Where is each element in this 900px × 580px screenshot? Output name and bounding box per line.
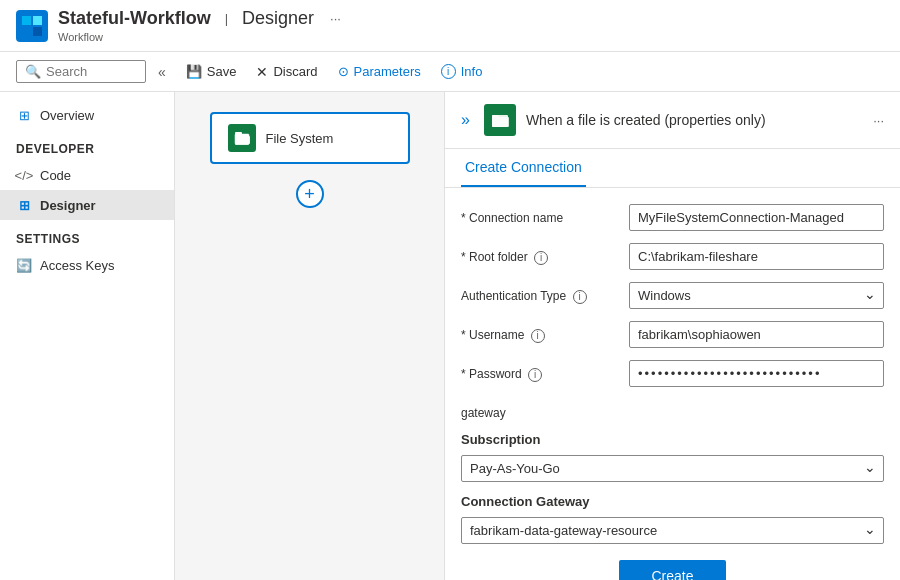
username-field [629,321,884,348]
connection-name-field [629,204,884,231]
panel-header-dots[interactable]: ··· [873,113,884,128]
discard-button[interactable]: ✕ Discard [248,60,325,84]
file-system-node[interactable]: File System [210,112,410,164]
svg-rect-2 [22,27,31,36]
panel-body: * Connection name * Root folder i [445,188,900,580]
sidebar-item-designer[interactable]: ⊞ Designer [0,190,174,220]
code-label: Code [40,168,71,183]
password-field [629,360,884,387]
breadcrumb: Workflow [58,31,341,43]
create-button[interactable]: Create [619,560,725,580]
panel-expand-icon[interactable]: » [461,111,470,129]
connection-name-label: * Connection name [461,204,621,225]
action-panel: » When a file is created (properties onl… [445,92,900,580]
username-row: * Username i [461,321,884,348]
code-icon: </> [16,167,32,183]
gateway-row: gateway [461,399,884,420]
auth-type-info-icon[interactable]: i [573,290,587,304]
username-info-icon[interactable]: i [531,329,545,343]
info-icon: i [441,64,456,79]
password-label: * Password i [461,360,621,382]
main-layout: ⊞ Overview Developer </> Code ⊞ Designer… [0,92,900,580]
svg-rect-0 [22,16,31,25]
parameters-button[interactable]: ⊙ Parameters [330,60,429,83]
tab-create-connection[interactable]: Create Connection [461,149,586,187]
header-info: Stateful-Workflow | Designer ··· Workflo… [58,8,341,43]
access-keys-icon: 🔄 [16,257,32,273]
save-label: Save [207,64,237,79]
username-label: * Username i [461,321,621,343]
auth-type-label: Authentication Type i [461,282,621,304]
username-input[interactable] [629,321,884,348]
overview-label: Overview [40,108,94,123]
gateway-label: gateway [461,399,621,420]
workflow-canvas: File System + [175,92,445,580]
canvas-node-label: File System [266,131,334,146]
sidebar: ⊞ Overview Developer </> Code ⊞ Designer… [0,92,175,580]
root-folder-row: * Root folder i [461,243,884,270]
root-folder-field [629,243,884,270]
overview-icon: ⊞ [16,107,32,123]
designer-icon: ⊞ [16,197,32,213]
root-folder-input[interactable] [629,243,884,270]
password-input[interactable] [629,360,884,387]
collapse-button[interactable]: « [150,60,174,84]
info-label: Info [461,64,483,79]
page-subtitle: Designer [242,8,314,29]
workflow-title: Stateful-Workflow [58,8,211,29]
subscription-section: Subscription Pay-As-You-Go [461,432,884,482]
password-info-icon[interactable]: i [528,368,542,382]
discard-label: Discard [273,64,317,79]
file-system-icon [228,124,256,152]
root-folder-info-icon[interactable]: i [534,251,548,265]
sidebar-item-access-keys[interactable]: 🔄 Access Keys [0,250,174,280]
connection-gateway-section: Connection Gateway fabrikam-data-gateway… [461,494,884,544]
password-row: * Password i [461,360,884,387]
sidebar-item-code[interactable]: </> Code [0,160,174,190]
subscription-select[interactable]: Pay-As-You-Go [461,455,884,482]
parameters-label: Parameters [354,64,421,79]
app-header: Stateful-Workflow | Designer ··· Workflo… [0,0,900,52]
designer-label: Designer [40,198,96,213]
root-folder-label: * Root folder i [461,243,621,265]
panel-tabs: Create Connection [445,149,900,188]
auth-type-row: Authentication Type i Windows [461,282,884,309]
save-icon: 💾 [186,64,202,79]
connection-name-row: * Connection name [461,204,884,231]
svg-rect-1 [33,16,42,25]
save-button[interactable]: 💾 Save [178,60,245,83]
toolbar: 🔍 « 💾 Save ✕ Discard ⊙ Parameters i Info [0,52,900,92]
search-box[interactable]: 🔍 [16,60,146,83]
auth-type-select[interactable]: Windows [629,282,884,309]
header-divider: | [225,11,228,26]
settings-section-header: Settings [0,220,174,250]
access-keys-label: Access Keys [40,258,114,273]
search-icon: 🔍 [25,64,41,79]
content-area: File System + » When a file is created (… [175,92,900,580]
connection-name-input[interactable] [629,204,884,231]
sidebar-item-overview[interactable]: ⊞ Overview [0,100,174,130]
connection-gateway-select[interactable]: fabrikam-data-gateway-resource [461,517,884,544]
discard-icon: ✕ [256,64,268,80]
header-dots[interactable]: ··· [330,11,341,26]
panel-header: » When a file is created (properties onl… [445,92,900,149]
connection-gateway-title: Connection Gateway [461,494,884,509]
app-logo [16,10,48,42]
info-button[interactable]: i Info [433,60,491,83]
subscription-title: Subscription [461,432,884,447]
auth-type-field: Windows [629,282,884,309]
add-node-button[interactable]: + [296,180,324,208]
developer-section-header: Developer [0,130,174,160]
panel-header-title: When a file is created (properties only) [526,112,863,128]
parameters-icon: ⊙ [338,64,349,79]
svg-rect-3 [33,27,42,36]
panel-header-icon [484,104,516,136]
search-input[interactable] [46,64,137,79]
